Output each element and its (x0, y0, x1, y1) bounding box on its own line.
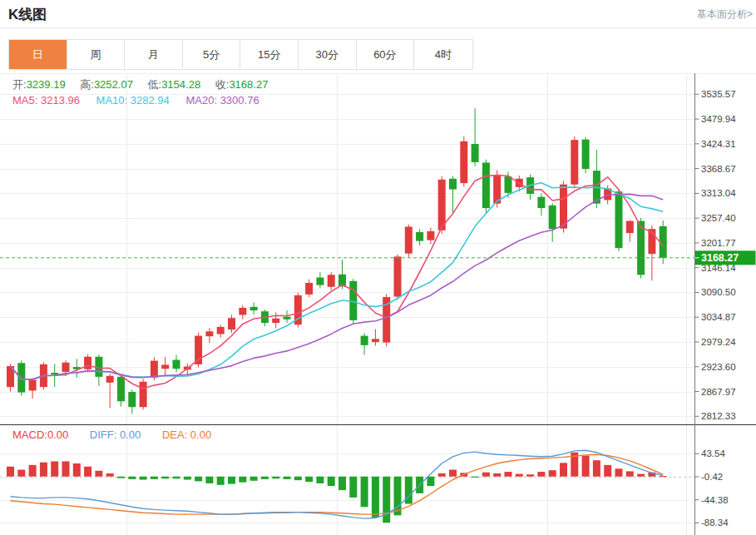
macd-tick-label: -44.38 (701, 495, 729, 505)
candle-body (84, 357, 91, 369)
macd-bar (250, 477, 258, 481)
price-tick-label: 3424.31 (701, 139, 736, 149)
macd-bar (51, 461, 58, 476)
low-value: 3154.28 (161, 78, 200, 91)
macd-bar (239, 477, 246, 483)
macd-bar (637, 474, 645, 477)
candle-body (328, 275, 335, 286)
close-label: 收: (215, 78, 230, 91)
price-tick-label: 3257.40 (701, 213, 736, 223)
macd-tick-label: -0.42 (701, 472, 723, 482)
price-tick-label: 3368.67 (701, 164, 736, 174)
macd-bar (593, 460, 600, 477)
macd-bar (261, 477, 269, 479)
price-tick-label: 3479.94 (701, 114, 736, 124)
high-value: 3252.07 (94, 78, 133, 91)
candle-body (151, 361, 158, 378)
candle-body (405, 227, 413, 254)
candle-body (128, 392, 136, 407)
candle-body (316, 278, 324, 285)
macd-bar (106, 473, 114, 477)
candle-body (472, 144, 479, 162)
candle-body (582, 140, 590, 169)
candle-body (284, 317, 291, 320)
price-tick-label: 2923.60 (701, 362, 736, 372)
candle-body (228, 318, 235, 329)
candle-body (62, 363, 70, 372)
macd-bar (40, 463, 47, 477)
macd-bar (117, 477, 125, 478)
price-tick-label: 3090.50 (701, 287, 736, 297)
ma-readout: MA5: 3213.96 MA10: 3282.94 MA20: 3300.76 (12, 94, 259, 107)
diff-line (11, 450, 664, 518)
price-tick-label: 2812.33 (701, 411, 736, 421)
macd-bar (316, 477, 324, 483)
ma10-readout: MA10: 3282.94 (96, 94, 170, 107)
candle-body (460, 141, 467, 183)
macd-bar (427, 477, 434, 486)
macd-bar (537, 472, 545, 477)
candle-body (416, 232, 423, 241)
price-tick-label: 3201.77 (701, 238, 736, 248)
open-label: 开: (12, 78, 27, 91)
macd-bar (29, 465, 37, 477)
candle-body (626, 221, 634, 233)
candle-body (537, 197, 545, 208)
kline-page: K线图 基本面分析> 日周月5分15分30分60分4时 3535.573479.… (0, 0, 756, 535)
dea-value: DEA: 0.00 (162, 428, 211, 441)
current-price-text: 3168.27 (701, 252, 739, 264)
macd-bar (73, 463, 81, 477)
high-label: 高: (80, 78, 94, 91)
macd-bar (526, 474, 534, 477)
macd-tick-label: 43.54 (701, 448, 725, 458)
macd-bar (217, 477, 225, 485)
candle-body (505, 176, 512, 193)
macd-value: MACD:0.00 (12, 428, 68, 441)
candle-body (372, 339, 379, 342)
candle-body (438, 180, 446, 230)
macd-bar (472, 477, 479, 478)
macd-bar (140, 477, 147, 480)
price-tick-label: 2867.97 (701, 387, 736, 397)
macd-bar (493, 473, 501, 477)
candle-body (161, 364, 169, 369)
open-value: 3239.19 (27, 78, 66, 91)
macd-bar (516, 474, 523, 477)
macd-bar (549, 470, 556, 477)
close-value: 3168.27 (229, 78, 268, 91)
ma20-readout: MA20: 3300.76 (185, 94, 259, 107)
macd-bar (95, 471, 102, 477)
price-tick-label: 3535.57 (701, 89, 736, 99)
macd-bar (482, 473, 490, 477)
macd-bar (184, 477, 191, 480)
macd-bar (660, 476, 667, 477)
macd-bar (205, 477, 213, 483)
candle-body (205, 331, 213, 336)
macd-bar (7, 467, 14, 477)
macd-bar (284, 477, 291, 479)
macd-readout: MACD:0.00 DIFF: 0.00 DEA: 0.00 (12, 428, 211, 441)
candle-body (305, 283, 313, 295)
candle-body (117, 377, 125, 401)
candle-body (17, 363, 25, 392)
macd-bar (84, 467, 91, 477)
macd-bar (372, 477, 379, 518)
macd-bar (62, 461, 70, 476)
candle-body (239, 308, 246, 315)
candle-body (173, 360, 180, 369)
macd-bar (228, 477, 235, 484)
candle-body (272, 319, 279, 323)
macd-bar (17, 470, 25, 477)
macd-bar (560, 463, 567, 476)
price-tick-label: 3034.87 (701, 312, 736, 322)
macd-bar (361, 477, 368, 508)
candle-body (427, 231, 434, 240)
macd-bar (272, 477, 279, 479)
macd-tick-label: -88.34 (701, 518, 729, 528)
macd-bar (582, 456, 590, 477)
low-label: 低: (148, 78, 162, 91)
macd-bar (449, 470, 457, 477)
macd-bar (338, 477, 346, 490)
diff-value: DIFF: 0.00 (90, 428, 141, 441)
macd-bar (615, 468, 623, 476)
